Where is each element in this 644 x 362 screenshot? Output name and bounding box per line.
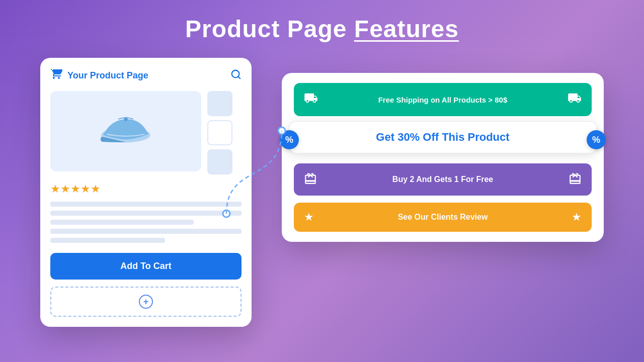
page-title: Product Page Features bbox=[185, 15, 459, 43]
star-rating: ★★★★★ bbox=[50, 183, 242, 196]
features-panel: Free Shipping on All Products > 80$ % Ge… bbox=[282, 73, 604, 242]
product-card: Your Product Page bbox=[40, 58, 252, 327]
dashed-connector bbox=[221, 103, 287, 224]
product-image-area bbox=[50, 91, 242, 174]
buy-banner: Buy 2 And Gets 1 For Free bbox=[294, 163, 592, 196]
plus-icon: + bbox=[139, 295, 153, 309]
discount-banner: Get 30% Off This Product bbox=[289, 121, 597, 153]
discount-badge-right: % bbox=[587, 130, 606, 149]
svg-point-3 bbox=[124, 117, 128, 121]
star-icon-left: ★ bbox=[304, 211, 314, 224]
title-normal: Product Page bbox=[185, 16, 354, 42]
svg-line-1 bbox=[238, 76, 240, 78]
desc-line-5 bbox=[50, 238, 165, 243]
product-main-image bbox=[50, 91, 201, 171]
gift-icon-left bbox=[304, 171, 317, 188]
desc-line-1 bbox=[50, 202, 242, 207]
shipping-text: Free Shipping on All Products > 80$ bbox=[378, 96, 508, 104]
hat-illustration bbox=[96, 111, 156, 151]
truck-icon-left bbox=[304, 91, 318, 108]
features-card: Free Shipping on All Products > 80$ % Ge… bbox=[282, 73, 604, 242]
header-left: Your Product Page bbox=[50, 68, 148, 83]
discount-banner-wrapper: % Get 30% Off This Product % bbox=[289, 126, 597, 153]
gift-icon-right bbox=[569, 171, 582, 188]
review-banner: ★ See Our Clients Review ★ bbox=[294, 203, 592, 232]
desc-line-3 bbox=[50, 220, 194, 225]
review-text: See Our Clients Review bbox=[314, 213, 572, 222]
main-content: Your Product Page bbox=[0, 58, 644, 327]
product-card-header: Your Product Page bbox=[50, 68, 242, 83]
star-icon-right: ★ bbox=[572, 211, 582, 224]
add-more-area[interactable]: + bbox=[50, 287, 242, 317]
product-description-lines bbox=[50, 202, 242, 243]
desc-line-2 bbox=[50, 211, 242, 216]
title-underline: Features bbox=[354, 16, 459, 42]
buy-text: Buy 2 And Gets 1 For Free bbox=[317, 175, 569, 184]
cart-icon bbox=[50, 68, 62, 83]
desc-line-4 bbox=[50, 229, 242, 234]
truck-icon-right bbox=[568, 91, 582, 108]
shipping-banner: Free Shipping on All Products > 80$ bbox=[294, 83, 592, 116]
search-icon[interactable] bbox=[230, 69, 242, 82]
discount-text: Get 30% Off This Product bbox=[304, 131, 581, 144]
add-to-cart-button[interactable]: Add To Cart bbox=[50, 253, 242, 280]
product-page-label: Your Product Page bbox=[67, 70, 148, 81]
